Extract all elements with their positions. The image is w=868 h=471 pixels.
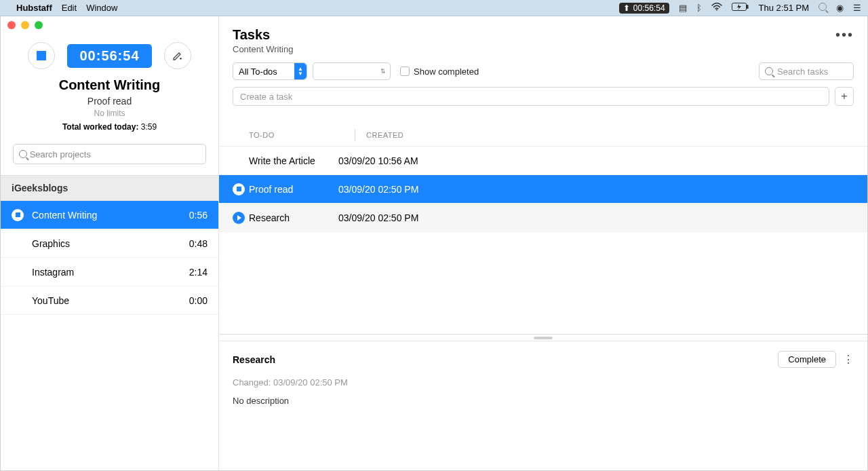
split-grabber[interactable]: [219, 334, 867, 341]
detail-changed: Changed: 03/09/20 02:50 PM: [233, 377, 854, 388]
project-name: Graphics: [32, 238, 70, 249]
menubar-clock[interactable]: Thu 2:51 PM: [759, 3, 809, 13]
limits-label: No limits: [1, 109, 218, 118]
project-name: Content Writing: [32, 210, 97, 221]
cloud-up-icon: ⬆: [623, 3, 630, 13]
add-task-button[interactable]: +: [835, 87, 854, 106]
mac-menubar: Hubstaff Edit Window ⬆ 00:56:54 ▤ ᛒ Thu …: [0, 0, 868, 16]
project-name: YouTube: [32, 295, 69, 306]
play-icon[interactable]: [233, 212, 245, 224]
page-title: Tasks: [233, 27, 293, 43]
svg-point-0: [716, 10, 717, 11]
create-task-placeholder: Create a task: [240, 92, 292, 102]
todo-filter-value: All To-dos: [233, 67, 294, 77]
search-projects-input[interactable]: Search projects: [13, 144, 206, 164]
menu-edit[interactable]: Edit: [62, 3, 77, 13]
more-menu-button[interactable]: •••: [835, 27, 854, 43]
project-time: 2:14: [189, 267, 208, 278]
menubar-timer-chip[interactable]: ⬆ 00:56:54: [619, 3, 669, 14]
battery-icon[interactable]: [732, 3, 749, 13]
project-time: 0:00: [189, 295, 208, 306]
zoom-icon[interactable]: [35, 21, 43, 29]
chevron-updown-icon: ⇅: [380, 68, 386, 75]
project-name: Instagram: [32, 267, 74, 278]
task-created: 03/09/20 02:50 PM: [338, 184, 418, 195]
task-created: 03/09/20 02:50 PM: [338, 212, 418, 223]
show-completed-label: Show completed: [414, 67, 479, 77]
plus-icon: +: [841, 90, 847, 102]
wifi-icon[interactable]: [711, 3, 722, 13]
page-subtitle: Content Writing: [233, 44, 293, 54]
sidebar: 00:56:54 Content Writing Proof read No l…: [1, 16, 219, 470]
project-item-youtube[interactable]: YouTube 0:00: [1, 286, 218, 315]
svg-rect-2: [747, 5, 749, 9]
search-icon: [19, 150, 27, 158]
complete-button[interactable]: Complete: [778, 351, 836, 368]
menubar-timer-value: 00:56:54: [633, 3, 665, 13]
show-completed-checkbox[interactable]: Show completed: [400, 67, 479, 77]
total-worked-value: 3:59: [141, 122, 157, 132]
bluetooth-icon[interactable]: ᛒ: [696, 3, 702, 13]
main-panel: Tasks Content Writing ••• All To-dos ▲▼ …: [219, 16, 867, 470]
current-task-label: Proof read: [1, 96, 218, 107]
app-window: 00:56:54 Content Writing Proof read No l…: [0, 16, 868, 471]
timer-display: 00:56:54: [67, 44, 151, 68]
stop-timer-button[interactable]: [28, 42, 55, 69]
task-name: Write the Article: [249, 155, 338, 166]
control-center-icon[interactable]: ☰: [853, 3, 861, 13]
stop-icon[interactable]: [233, 183, 245, 195]
project-item-content-writing[interactable]: Content Writing 0:56: [1, 201, 218, 229]
col-todo: TO-DO: [249, 131, 355, 139]
search-tasks-placeholder: Search tasks: [777, 67, 828, 77]
project-time: 0:48: [189, 238, 208, 249]
create-task-input[interactable]: Create a task: [233, 87, 829, 106]
task-name: Proof read: [249, 184, 338, 195]
secondary-filter-select[interactable]: ⇅: [313, 62, 391, 80]
edit-time-button[interactable]: [164, 42, 191, 69]
detail-more-button[interactable]: ⋮: [843, 358, 854, 361]
detail-description: No description: [233, 396, 854, 406]
col-created: CREATED: [366, 131, 403, 139]
task-row[interactable]: Research 03/09/20 02:50 PM: [219, 204, 867, 232]
todo-filter-select[interactable]: All To-dos ▲▼: [233, 62, 307, 80]
total-worked-row: Total worked today: 3:59: [1, 122, 218, 132]
clipboard-icon[interactable]: ▤: [679, 3, 687, 13]
search-projects-placeholder: Search projects: [30, 149, 91, 159]
task-name: Research: [249, 212, 338, 223]
window-traffic-lights[interactable]: [7, 21, 43, 29]
task-row[interactable]: Write the Article 03/09/20 10:56 AM: [219, 147, 867, 175]
current-project-title: Content Writing: [1, 77, 218, 93]
spotlight-icon[interactable]: [818, 3, 827, 13]
task-row-selected[interactable]: Proof read 03/09/20 02:50 PM: [219, 175, 867, 204]
project-time: 0:56: [189, 210, 208, 221]
total-worked-label: Total worked today:: [62, 122, 138, 132]
menu-window[interactable]: Window: [86, 3, 117, 13]
table-header: TO-DO CREATED: [219, 124, 867, 147]
detail-title: Research: [233, 354, 275, 365]
org-header: iGeeksblogs: [1, 175, 218, 201]
search-tasks-input[interactable]: Search tasks: [759, 62, 854, 80]
minimize-icon[interactable]: [21, 21, 29, 29]
app-name[interactable]: Hubstaff: [16, 3, 52, 13]
task-detail-panel: Research Complete ⋮ Changed: 03/09/20 02…: [219, 341, 867, 415]
search-icon: [765, 67, 773, 75]
stop-icon: [37, 51, 46, 60]
project-item-graphics[interactable]: Graphics 0:48: [1, 229, 218, 258]
chevron-updown-icon: ▲▼: [294, 63, 307, 79]
project-item-instagram[interactable]: Instagram 2:14: [1, 258, 218, 286]
task-created: 03/09/20 10:56 AM: [338, 155, 418, 166]
siri-icon[interactable]: ◉: [836, 3, 844, 13]
checkbox-icon: [400, 67, 410, 76]
close-icon[interactable]: [7, 21, 16, 29]
stop-icon: [12, 209, 24, 221]
